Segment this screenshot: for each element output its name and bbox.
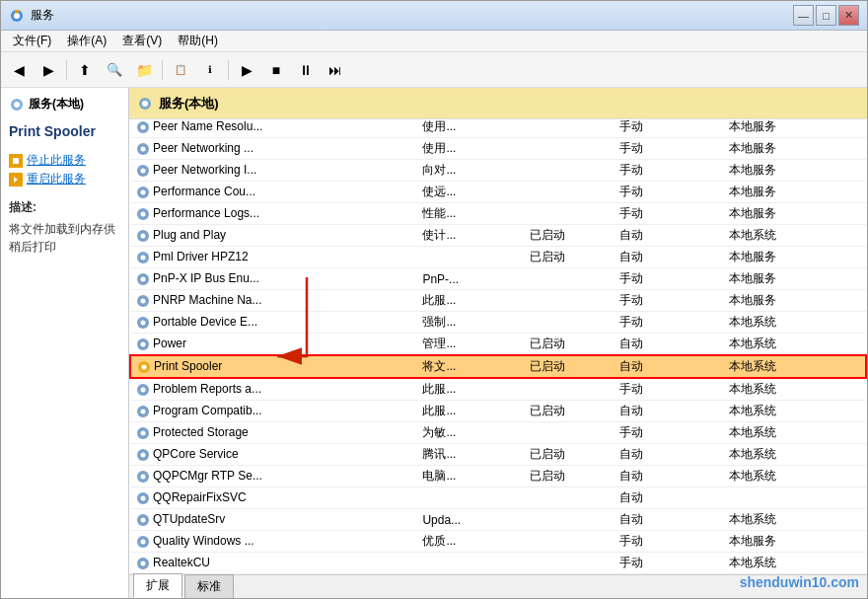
table-row[interactable]: Protected Storage为敏...手动本地系统 <box>130 422 866 444</box>
svg-point-24 <box>141 276 146 281</box>
service-status-cell <box>524 119 614 138</box>
forward-button[interactable]: ▶ <box>35 56 62 84</box>
service-startup-cell: 手动 <box>614 290 723 312</box>
service-desc-cell: 此服... <box>416 378 524 401</box>
services-header-icon <box>137 96 153 112</box>
table-row[interactable]: Performance Cou...使远...手动本地服务 <box>130 182 866 203</box>
service-name-cell: Pml Driver HPZ12 <box>130 247 416 268</box>
svg-point-14 <box>141 168 146 173</box>
table-row[interactable]: Print Spooler将文...已启动自动本地系统 <box>130 355 866 378</box>
service-status-cell <box>524 422 614 444</box>
play-button[interactable]: ▶ <box>233 56 260 84</box>
service-name-cell: QQPCMgr RTP Se... <box>130 466 416 487</box>
table-row[interactable]: Portable Device E...强制...手动本地系统 <box>130 312 866 334</box>
export-button[interactable]: 📋 <box>167 56 194 84</box>
service-name-cell: RealtekCU <box>130 553 416 574</box>
service-login-cell: 本地服务 <box>723 182 866 203</box>
up-button[interactable]: ⬆ <box>71 56 99 84</box>
service-name-cell: Quality Windows ... <box>130 531 416 553</box>
menu-help[interactable]: 帮助(H) <box>170 31 226 51</box>
tab-standard[interactable]: 标准 <box>184 574 234 598</box>
service-status-cell <box>524 531 614 553</box>
service-status-cell <box>524 312 614 334</box>
service-startup-cell: 自动 <box>614 444 723 466</box>
properties-button[interactable]: ℹ <box>196 56 224 84</box>
service-status-cell: 已启动 <box>524 444 614 466</box>
table-row[interactable]: Peer Networking I...向对...手动本地服务 <box>130 160 866 182</box>
main-content: 服务(本地) Print Spooler 停止此服务 <box>1 88 867 598</box>
maximize-button[interactable]: □ <box>816 5 836 26</box>
menu-view[interactable]: 查看(V) <box>114 31 170 51</box>
stop-button[interactable]: ■ <box>262 56 290 84</box>
service-login-cell: 本地服务 <box>723 119 866 138</box>
service-startup-cell: 自动 <box>614 247 723 268</box>
search-button[interactable]: 🔍 <box>101 56 128 84</box>
table-row[interactable]: Quality Windows ...优质...手动本地服务 <box>130 531 866 553</box>
services-table-container[interactable]: 名称 描述 状态 启动类型 登录为 Parental Controls此服...… <box>129 119 867 574</box>
table-row[interactable]: PnP-X IP Bus Enu...PnP-...手动本地服务 <box>130 268 866 290</box>
service-status-cell <box>524 290 614 312</box>
table-row[interactable]: Plug and Play使计...已启动自动本地系统 <box>130 225 866 247</box>
service-status-cell <box>524 203 614 225</box>
service-name-cell: Performance Logs... <box>130 203 416 225</box>
back-button[interactable]: ◀ <box>5 56 33 84</box>
svg-point-22 <box>141 255 146 260</box>
app-icon <box>9 8 25 24</box>
service-login-cell: 本地系统 <box>723 401 866 422</box>
service-login-cell: 本地系统 <box>723 378 866 401</box>
close-button[interactable]: ✕ <box>838 5 859 26</box>
svg-point-6 <box>142 101 148 107</box>
table-row[interactable]: Program Compatib...此服...已启动自动本地系统 <box>130 401 866 422</box>
service-status-cell: 已启动 <box>524 401 614 422</box>
right-panel: 服务(本地) 名称 描述 状态 启动类型 登录为 <box>129 88 867 598</box>
table-row[interactable]: Problem Reports a...此服...手动本地系统 <box>130 378 866 401</box>
service-name-cell: Protected Storage <box>130 422 416 444</box>
pause-button[interactable]: ⏸ <box>292 56 320 84</box>
service-startup-cell: 自动 <box>614 466 723 487</box>
right-header: 服务(本地) <box>129 88 867 119</box>
selected-service-name: Print Spooler <box>9 122 120 140</box>
service-name-cell: QTUpdateSrv <box>130 509 416 531</box>
menu-file[interactable]: 文件(F) <box>5 31 59 51</box>
service-status-cell: 已启动 <box>524 225 614 247</box>
svg-point-32 <box>142 364 147 369</box>
service-startup-cell: 自动 <box>614 225 723 247</box>
table-row[interactable]: QQPCMgr RTP Se...电脑...已启动自动本地系统 <box>130 466 866 487</box>
service-name-cell: Performance Cou... <box>130 182 416 203</box>
service-desc-cell: 强制... <box>416 312 524 334</box>
service-startup-cell: 自动 <box>614 401 723 422</box>
service-desc-cell: 使计... <box>416 225 524 247</box>
left-panel-title: 服务(本地) <box>29 96 84 112</box>
table-row[interactable]: Performance Logs...性能...手动本地服务 <box>130 203 866 225</box>
service-login-cell: 本地服务 <box>723 138 866 160</box>
service-startup-cell: 手动 <box>614 553 723 574</box>
table-row[interactable]: QQRepairFixSVC自动 <box>130 487 866 509</box>
service-links: 停止此服务 重启此服务 <box>9 152 120 187</box>
svg-point-18 <box>141 211 146 216</box>
service-name-cell: Program Compatib... <box>130 401 416 422</box>
restart-button[interactable]: ⏭ <box>322 56 349 84</box>
table-row[interactable]: Peer Networking ...使用...手动本地服务 <box>130 138 866 160</box>
service-startup-cell: 手动 <box>614 378 723 401</box>
stop-icon <box>9 154 23 168</box>
service-status-cell <box>524 268 614 290</box>
svg-point-16 <box>141 189 146 194</box>
table-row[interactable]: PNRP Machine Na...此服...手动本地服务 <box>130 290 866 312</box>
minimize-button[interactable]: — <box>793 5 814 26</box>
table-row[interactable]: QTUpdateSrvUpda...自动本地系统 <box>130 509 866 531</box>
table-row[interactable]: QPCore Service腾讯...已启动自动本地系统 <box>130 444 866 466</box>
restart-service-link[interactable]: 重启此服务 <box>9 171 120 187</box>
table-row[interactable]: Pml Driver HPZ12已启动自动本地服务 <box>130 247 866 268</box>
table-row[interactable]: Peer Name Resolu...使用...手动本地服务 <box>130 119 866 138</box>
service-status-cell: 已启动 <box>524 334 614 356</box>
service-status-cell: 已启动 <box>524 466 614 487</box>
tab-extended[interactable]: 扩展 <box>133 573 182 598</box>
stop-service-link[interactable]: 停止此服务 <box>9 152 120 169</box>
table-row[interactable]: Power管理...已启动自动本地系统 <box>130 334 866 356</box>
menu-action[interactable]: 操作(A) <box>59 31 114 51</box>
service-desc-cell: 优质... <box>416 531 524 553</box>
table-row[interactable]: RealtekCU手动本地系统 <box>130 553 866 574</box>
folder-button[interactable]: 📁 <box>130 56 158 84</box>
left-panel: 服务(本地) Print Spooler 停止此服务 <box>1 88 129 598</box>
service-name-cell: PNRP Machine Na... <box>130 290 416 312</box>
